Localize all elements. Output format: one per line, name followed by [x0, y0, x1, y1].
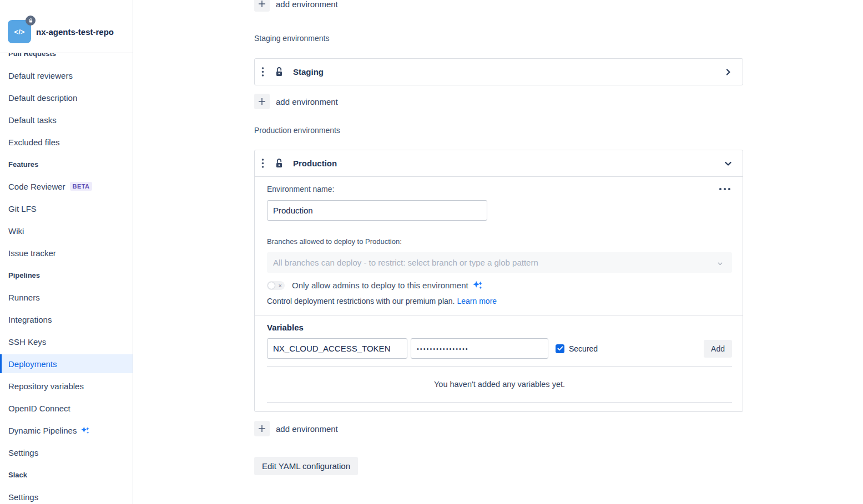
no-variables-message: You haven't added any variables yet. — [267, 380, 732, 389]
sidebar-item-runners[interactable]: Runners — [0, 286, 133, 308]
collapse-production-button[interactable] — [723, 158, 734, 169]
sidebar-section-slack: Slack — [0, 464, 133, 486]
staging-card-title: Staging — [293, 67, 324, 77]
staging-environment-card: Staging — [254, 58, 743, 85]
variables-section: Variables Secured Add You — [255, 315, 743, 411]
sidebar-item-issue-tracker[interactable]: Issue tracker — [0, 242, 133, 264]
chevron-down-icon — [723, 158, 734, 169]
checkmark-icon — [557, 346, 563, 351]
sidebar-item-slack-settings[interactable]: Settings — [0, 486, 133, 504]
branches-allowed-label: Branches allowed to deploy to Production… — [267, 237, 732, 246]
sidebar-item-dynamic-pipelines[interactable]: Dynamic Pipelines — [0, 419, 133, 441]
unlock-icon — [273, 66, 285, 78]
sidebar-nav: Pull Requests Default reviewers Default … — [0, 42, 133, 504]
repo-avatar: </> — [8, 20, 31, 43]
production-environments-label: Production environments — [254, 126, 743, 135]
variable-value-input[interactable] — [411, 338, 548, 359]
admins-only-toggle[interactable]: × — [267, 281, 285, 290]
code-icon: </> — [14, 28, 25, 36]
admins-only-label: Only allow admins to deploy to this envi… — [292, 281, 468, 290]
sidebar-item-pipelines-settings[interactable]: Settings — [0, 441, 133, 464]
sidebar-item-excluded-files[interactable]: Excluded files — [0, 131, 133, 153]
secured-checkbox[interactable] — [556, 344, 564, 353]
expand-staging-button[interactable] — [723, 67, 734, 78]
sidebar-item-deployments[interactable]: Deployments — [0, 354, 133, 373]
environment-name-label: Environment name: — [267, 185, 334, 194]
ellipsis-icon — [719, 187, 731, 191]
premium-plan-text: Control deployment restrictions with our… — [267, 297, 455, 306]
staging-environments-label: Staging environments — [254, 34, 743, 43]
branches-select[interactable]: All branches can deploy - to restrict: s… — [267, 252, 732, 273]
variable-name-input[interactable] — [267, 338, 407, 359]
environment-name-input[interactable] — [267, 200, 487, 221]
sidebar-item-code-reviewer[interactable]: Code Reviewer BETA — [0, 175, 133, 197]
sparkle-icon — [472, 280, 483, 291]
chevron-right-icon — [723, 67, 734, 78]
sidebar-item-integrations[interactable]: Integrations — [0, 308, 133, 330]
toggle-knob — [268, 282, 275, 289]
sidebar-item-default-reviewers[interactable]: Default reviewers — [0, 64, 133, 86]
sidebar-item-git-lfs[interactable]: Git LFS — [0, 197, 133, 220]
sidebar-item-default-description[interactable]: Default description — [0, 86, 133, 109]
add-environment-button-staging[interactable]: add environment — [254, 91, 338, 111]
plus-icon — [254, 0, 270, 12]
production-card-title: Production — [293, 159, 337, 168]
sidebar-section-pipelines: Pipelines — [0, 264, 133, 286]
sparkle-icon — [80, 426, 90, 435]
private-lock-badge — [26, 16, 36, 26]
toggle-off-x-icon: × — [279, 282, 282, 289]
drag-handle-icon[interactable] — [260, 65, 265, 78]
sidebar-item-openid-connect[interactable]: OpenID Connect — [0, 397, 133, 419]
add-environment-button-top[interactable]: add environment — [254, 0, 338, 14]
sidebar: Pull Requests Default reviewers Default … — [0, 0, 133, 504]
divider — [267, 402, 732, 403]
unlock-icon — [273, 157, 285, 170]
plus-icon — [254, 421, 270, 436]
sidebar-section-features: Features — [0, 153, 133, 175]
repo-name[interactable]: nx-agents-test-repo — [36, 27, 114, 37]
secured-label: Secured — [569, 344, 598, 353]
beta-badge: BETA — [70, 182, 93, 191]
sidebar-item-wiki[interactable]: Wiki — [0, 220, 133, 242]
add-environment-button-production[interactable]: add environment — [254, 419, 338, 439]
plus-icon — [254, 94, 270, 109]
edit-yaml-configuration-button[interactable]: Edit YAML configuration — [254, 457, 358, 475]
drag-handle-icon[interactable] — [260, 157, 265, 170]
learn-more-link[interactable]: Learn more — [457, 297, 497, 306]
chevron-down-icon — [716, 259, 724, 269]
add-variable-button[interactable]: Add — [704, 340, 732, 358]
sidebar-item-repository-variables[interactable]: Repository variables — [0, 375, 133, 397]
lock-icon — [28, 18, 33, 23]
sidebar-item-ssh-keys[interactable]: SSH Keys — [0, 330, 133, 353]
sidebar-item-default-tasks[interactable]: Default tasks — [0, 109, 133, 131]
divider — [267, 366, 732, 367]
production-environment-card: Production Environment name: — [254, 150, 743, 412]
variables-header: Variables — [267, 323, 732, 332]
sidebar-repo-header: </> nx-agents-test-repo — [0, 0, 133, 53]
secured-checkbox-group[interactable]: Secured — [556, 344, 598, 353]
environment-more-options-button[interactable] — [718, 185, 732, 193]
main-content: add environment Staging environments — [133, 0, 863, 504]
